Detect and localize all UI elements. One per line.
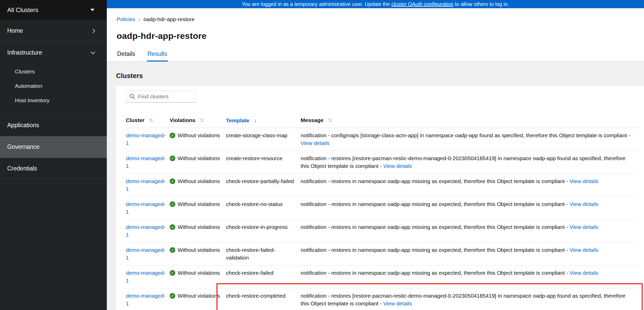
cluster-link[interactable]: demo-managed-1 bbox=[126, 247, 166, 261]
sort-icon: ⇅ bbox=[200, 117, 204, 124]
violations-status: Without violations bbox=[178, 200, 220, 208]
clusters-heading: Clusters bbox=[116, 72, 644, 80]
sidebar-item-label: Credentials bbox=[7, 165, 37, 172]
message-text: notification - configmaps [storage-class… bbox=[301, 132, 630, 138]
sort-desc-icon: ↓ bbox=[254, 117, 257, 124]
search-icon bbox=[129, 93, 135, 99]
check-circle-icon: ✓ bbox=[170, 156, 175, 161]
message-cell: notification - restores in namespace oad… bbox=[301, 174, 639, 197]
cluster-selector-label: All Clusters bbox=[7, 6, 38, 14]
cluster-link[interactable]: demo-managed-1 bbox=[126, 224, 166, 238]
message-text: notification - restores in namespace oad… bbox=[301, 201, 568, 207]
tab-details[interactable]: Details bbox=[117, 46, 136, 61]
breadcrumb-current: oadp-hdr-app-restore bbox=[143, 16, 194, 22]
view-details-link[interactable]: View details bbox=[301, 140, 329, 146]
breadcrumb-link-policies[interactable]: Policies bbox=[117, 16, 135, 22]
violations-status: Without violations bbox=[178, 132, 220, 139]
template-name: check-restore-failed bbox=[226, 265, 301, 288]
caret-down-icon bbox=[90, 9, 94, 11]
violations-status: Without violations bbox=[178, 292, 220, 300]
cluster-link[interactable]: demo-managed-1 bbox=[126, 201, 166, 215]
view-details-link[interactable]: View details bbox=[570, 201, 598, 207]
column-header-violations[interactable]: Violations ⇅ bbox=[170, 113, 226, 128]
message-cell: notification - restores in namespace oad… bbox=[301, 243, 639, 265]
message-text: notification - restores [restore-pacman-… bbox=[301, 293, 625, 306]
search-box bbox=[126, 91, 196, 102]
column-header-cluster[interactable]: Cluster ⇅ bbox=[126, 113, 170, 128]
column-header-message[interactable]: Message ⇅ bbox=[301, 113, 639, 128]
violations-status: Without violations bbox=[178, 177, 220, 185]
sidebar-item-automation[interactable]: Automation bbox=[0, 79, 107, 93]
table-row: demo-managed-1 ✓ Without violations chec… bbox=[126, 243, 639, 265]
check-circle-icon: ✓ bbox=[170, 270, 175, 276]
template-name: create-restore-resource bbox=[226, 151, 301, 174]
cluster-link[interactable]: demo-managed-1 bbox=[126, 178, 166, 192]
sidebar-item-infrastructure[interactable]: Infrastructure bbox=[0, 42, 107, 63]
sidebar-item-applications[interactable]: Applications bbox=[0, 115, 107, 136]
sidebar-item-credentials[interactable]: Credentials bbox=[0, 158, 107, 179]
column-header-template[interactable]: Template ↓ bbox=[226, 113, 301, 128]
login-banner: You are logged in as a temporary adminis… bbox=[107, 0, 644, 8]
cluster-link[interactable]: demo-managed-1 bbox=[126, 155, 166, 169]
view-details-link[interactable]: View details bbox=[570, 178, 598, 184]
view-details-link[interactable]: View details bbox=[383, 300, 412, 306]
cluster-link[interactable]: demo-managed-1 bbox=[126, 293, 166, 306]
message-cell: notification - restores [restore-pacman-… bbox=[301, 288, 639, 310]
table-header-row: Cluster ⇅ Violations ⇅ Template ↓ Mess bbox=[126, 113, 639, 128]
check-circle-icon: ✓ bbox=[170, 293, 175, 299]
template-name: check-restore-partially-failed bbox=[226, 174, 301, 197]
message-text: notification - restores in namespace oad… bbox=[301, 270, 568, 276]
template-name: check-restore-completed bbox=[226, 288, 301, 310]
table-row: demo-managed-1 ✓ Without violations crea… bbox=[126, 128, 639, 151]
cluster-link[interactable]: demo-managed-1 bbox=[126, 132, 166, 146]
oauth-configuration-link[interactable]: cluster OAuth configuration bbox=[391, 1, 453, 7]
message-cell: notification - restores in namespace oad… bbox=[301, 197, 639, 220]
message-cell: notification - restores [restore-pacman-… bbox=[301, 151, 639, 174]
sort-icon: ⇅ bbox=[328, 117, 332, 124]
page-body: Clusters Cluster ⇅ bbox=[107, 62, 644, 310]
find-clusters-input[interactable] bbox=[126, 91, 196, 102]
sidebar-item-governance[interactable]: Governance bbox=[0, 136, 107, 158]
infrastructure-subnav: Clusters Automation Host inventory bbox=[0, 63, 107, 115]
table-row: demo-managed-1 ✓ Without violations chec… bbox=[126, 288, 639, 310]
chevron-down-icon bbox=[91, 50, 95, 54]
template-name: check-restore-failed-validation bbox=[226, 243, 301, 265]
banner-text-after: to allow others to log in. bbox=[455, 1, 509, 7]
check-circle-icon: ✓ bbox=[170, 201, 175, 207]
cluster-selector-dropdown[interactable]: All Clusters bbox=[0, 0, 107, 20]
sidebar-item-home[interactable]: Home bbox=[0, 20, 107, 42]
message-cell: notification - restores in namespace oad… bbox=[301, 220, 639, 243]
view-details-link[interactable]: View details bbox=[570, 247, 598, 253]
page-title: oadp-hdr-app-restore bbox=[117, 31, 634, 41]
violations-cell: ✓ Without violations bbox=[170, 200, 222, 208]
cluster-link[interactable]: demo-managed-1 bbox=[126, 270, 166, 283]
view-details-link[interactable]: View details bbox=[570, 270, 598, 276]
violations-cell: ✓ Without violations bbox=[170, 269, 222, 277]
view-details-link[interactable]: View details bbox=[383, 163, 412, 169]
violations-cell: ✓ Without violations bbox=[170, 292, 222, 300]
check-circle-icon: ✓ bbox=[170, 247, 175, 253]
message-cell: notification - configmaps [storage-class… bbox=[301, 128, 639, 151]
message-cell: notification - restores in namespace oad… bbox=[301, 265, 639, 288]
check-circle-icon: ✓ bbox=[170, 224, 175, 230]
check-circle-icon: ✓ bbox=[170, 178, 175, 184]
breadcrumb: Policies › oadp-hdr-app-restore bbox=[117, 16, 634, 23]
violations-cell: ✓ Without violations bbox=[170, 132, 222, 139]
tab-results[interactable]: Results bbox=[147, 46, 168, 61]
table-row: demo-managed-1 ✓ Without violations chec… bbox=[126, 265, 639, 288]
table-row: demo-managed-1 ✓ Without violations chec… bbox=[126, 174, 639, 197]
sidebar-item-clusters[interactable]: Clusters bbox=[0, 64, 107, 79]
message-text: notification - restores [restore-pacman-… bbox=[301, 155, 625, 169]
table-row: demo-managed-1 ✓ Without violations crea… bbox=[126, 151, 639, 174]
side-nav: Home Infrastructure Clusters Automation … bbox=[0, 20, 107, 179]
violations-status: Without violations bbox=[178, 154, 220, 162]
banner-text-before: You are logged in as a temporary adminis… bbox=[242, 1, 390, 7]
view-details-link[interactable]: View details bbox=[570, 224, 598, 230]
violations-cell: ✓ Without violations bbox=[170, 154, 222, 162]
results-table-body: demo-managed-1 ✓ Without violations crea… bbox=[126, 128, 639, 310]
page-header: Policies › oadp-hdr-app-restore oadp-hdr… bbox=[107, 8, 644, 41]
message-text: notification - restores in namespace oad… bbox=[301, 247, 568, 253]
sidebar-item-host-inventory[interactable]: Host inventory bbox=[0, 93, 107, 108]
violations-cell: ✓ Without violations bbox=[170, 177, 222, 185]
sort-icon: ⇅ bbox=[149, 117, 153, 124]
